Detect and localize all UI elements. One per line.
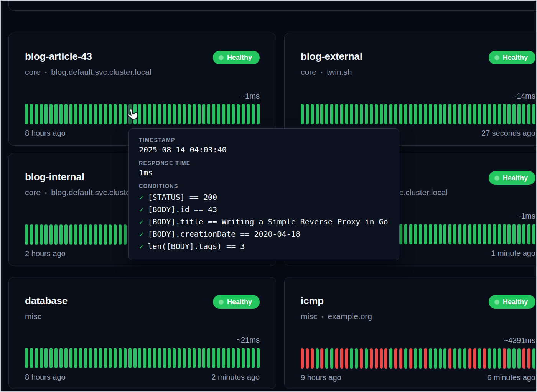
health-bar[interactable] — [527, 224, 530, 244]
health-bar[interactable] — [488, 224, 491, 244]
health-bar[interactable] — [59, 348, 63, 368]
health-bar[interactable] — [119, 224, 122, 245]
health-bar[interactable] — [320, 104, 323, 124]
health-bar[interactable] — [64, 348, 68, 368]
health-bar[interactable] — [158, 104, 161, 124]
health-bar[interactable] — [104, 224, 107, 245]
health-bar[interactable] — [478, 104, 481, 124]
health-bar[interactable] — [498, 104, 501, 124]
health-bar[interactable] — [222, 104, 225, 124]
health-bar[interactable] — [104, 348, 107, 368]
health-bar[interactable] — [193, 104, 196, 124]
health-bar[interactable] — [104, 104, 107, 124]
health-bar[interactable] — [114, 224, 117, 245]
health-bar[interactable] — [370, 104, 373, 124]
health-bar[interactable] — [40, 224, 43, 245]
health-bar-hovered[interactable] — [128, 104, 132, 124]
health-bar[interactable] — [44, 348, 48, 368]
health-bar[interactable] — [532, 104, 535, 124]
health-bar[interactable] — [40, 348, 43, 368]
health-bar[interactable] — [252, 348, 255, 368]
health-bar[interactable] — [84, 104, 87, 124]
health-bar[interactable] — [424, 348, 427, 369]
health-bar[interactable] — [360, 348, 363, 369]
health-bar[interactable] — [325, 104, 328, 124]
health-bar[interactable] — [532, 224, 535, 244]
health-bar[interactable] — [419, 224, 422, 244]
health-bar[interactable] — [99, 104, 102, 124]
health-bar[interactable] — [325, 348, 328, 369]
health-bar[interactable] — [178, 104, 181, 124]
health-bar[interactable] — [222, 348, 225, 368]
health-bar[interactable] — [483, 348, 486, 369]
health-bar[interactable] — [443, 348, 446, 369]
health-bar[interactable] — [64, 104, 68, 124]
health-bar[interactable] — [232, 348, 235, 368]
health-bar[interactable] — [124, 348, 127, 368]
health-bar[interactable] — [375, 348, 378, 369]
health-bar[interactable] — [202, 104, 205, 124]
health-bar[interactable] — [458, 348, 461, 369]
endpoint-card-database[interactable]: database Healthy misc ~21ms 8 hours ago … — [8, 277, 276, 389]
health-bar[interactable] — [69, 348, 72, 368]
health-bar[interactable] — [503, 224, 506, 244]
health-bar[interactable] — [25, 104, 28, 124]
health-bar[interactable] — [138, 348, 141, 368]
health-bar[interactable] — [434, 104, 437, 124]
health-bar[interactable] — [370, 348, 373, 369]
health-bar[interactable] — [429, 224, 432, 244]
health-bar[interactable] — [232, 104, 235, 124]
health-bar[interactable] — [124, 104, 127, 124]
health-bar[interactable] — [522, 348, 525, 369]
health-bar[interactable] — [138, 104, 141, 124]
health-bar[interactable] — [148, 348, 151, 368]
health-bar[interactable] — [44, 224, 48, 245]
health-bar[interactable] — [316, 348, 319, 369]
health-bar[interactable] — [49, 224, 53, 245]
health-bar[interactable] — [35, 104, 38, 124]
health-bar[interactable] — [517, 104, 521, 124]
health-bar[interactable] — [311, 104, 314, 124]
health-bar[interactable] — [355, 348, 358, 369]
health-bar[interactable] — [84, 224, 87, 245]
health-bar[interactable] — [384, 104, 387, 124]
health-bar[interactable] — [468, 348, 471, 369]
health-bar[interactable] — [79, 348, 82, 368]
health-bar[interactable] — [409, 224, 412, 244]
health-bar[interactable] — [74, 104, 77, 124]
health-bar[interactable] — [498, 348, 501, 369]
health-bar[interactable] — [517, 224, 521, 244]
health-bar[interactable] — [330, 348, 333, 369]
health-bar[interactable] — [507, 224, 511, 244]
health-bar[interactable] — [320, 348, 323, 369]
health-bar[interactable] — [439, 104, 442, 124]
health-bar[interactable] — [448, 224, 451, 244]
health-bar[interactable] — [74, 348, 77, 368]
health-bar[interactable] — [79, 224, 82, 245]
health-bar[interactable] — [316, 104, 319, 124]
health-bar[interactable] — [163, 104, 166, 124]
health-bar[interactable] — [365, 104, 368, 124]
health-bar[interactable] — [414, 104, 417, 124]
health-bar[interactable] — [252, 104, 255, 124]
health-bar[interactable] — [517, 348, 521, 369]
health-bar[interactable] — [30, 104, 33, 124]
health-bar[interactable] — [424, 224, 427, 244]
health-bar[interactable] — [99, 224, 102, 245]
health-bar[interactable] — [35, 348, 38, 368]
health-bar[interactable] — [443, 104, 446, 124]
health-bar[interactable] — [109, 348, 112, 368]
health-bar[interactable] — [399, 224, 402, 244]
health-bar[interactable] — [360, 104, 363, 124]
health-bar[interactable] — [257, 104, 260, 124]
health-bar[interactable] — [512, 348, 516, 369]
health-bar[interactable] — [173, 104, 176, 124]
health-bar[interactable] — [527, 348, 530, 369]
health-bar[interactable] — [384, 348, 387, 369]
health-bar[interactable] — [89, 224, 92, 245]
health-bar[interactable] — [247, 348, 250, 368]
health-bar[interactable] — [202, 348, 205, 368]
health-bar[interactable] — [404, 224, 407, 244]
health-bar[interactable] — [49, 104, 53, 124]
health-bar[interactable] — [448, 104, 451, 124]
